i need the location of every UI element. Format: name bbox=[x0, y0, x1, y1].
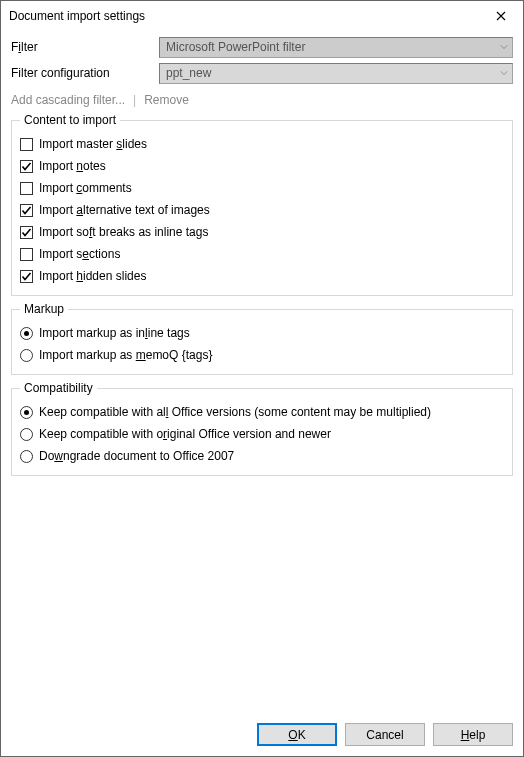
option-label-markup-memoq: Import markup as memoQ {tags} bbox=[39, 348, 212, 362]
close-icon bbox=[496, 11, 506, 21]
radio-compat-orig[interactable] bbox=[20, 428, 33, 441]
option-compat-orig[interactable]: Keep compatible with original Office ver… bbox=[20, 423, 504, 445]
window-title: Document import settings bbox=[9, 9, 145, 23]
option-label-hidden-slides: Import hidden slides bbox=[39, 269, 146, 283]
option-compat-2007[interactable]: Downgrade document to Office 2007 bbox=[20, 445, 504, 467]
option-markup-inline[interactable]: Import markup as inline tags bbox=[20, 322, 504, 344]
checkbox-alt-text[interactable] bbox=[20, 204, 33, 217]
chevron-down-icon bbox=[500, 43, 508, 51]
option-label-master-slides: Import master slides bbox=[39, 137, 147, 151]
option-label-compat-all: Keep compatible with all Office versions… bbox=[39, 405, 431, 419]
option-master-slides[interactable]: Import master slides bbox=[20, 133, 504, 155]
option-comments[interactable]: Import comments bbox=[20, 177, 504, 199]
option-compat-all[interactable]: Keep compatible with all Office versions… bbox=[20, 401, 504, 423]
content-to-import-legend: Content to import bbox=[20, 113, 120, 127]
option-soft-breaks[interactable]: Import soft breaks as inline tags bbox=[20, 221, 504, 243]
checkbox-sections[interactable] bbox=[20, 248, 33, 261]
checkbox-notes[interactable] bbox=[20, 160, 33, 173]
option-alt-text[interactable]: Import alternative text of images bbox=[20, 199, 504, 221]
check-icon bbox=[21, 271, 32, 282]
filter-config-select-value: ppt_new bbox=[166, 66, 211, 80]
option-notes[interactable]: Import notes bbox=[20, 155, 504, 177]
compatibility-group: Compatibility Keep compatible with all O… bbox=[11, 381, 513, 476]
filter-config-label: Filter configuration bbox=[11, 66, 159, 80]
checkbox-comments[interactable] bbox=[20, 182, 33, 195]
option-label-alt-text: Import alternative text of images bbox=[39, 203, 210, 217]
dialog-content: Filter Microsoft PowerPoint filter Filte… bbox=[1, 31, 523, 713]
dialog-footer: OK Cancel Help bbox=[1, 713, 523, 756]
radio-markup-memoq[interactable] bbox=[20, 349, 33, 362]
close-button[interactable] bbox=[478, 1, 523, 31]
check-icon bbox=[21, 205, 32, 216]
checkbox-hidden-slides[interactable] bbox=[20, 270, 33, 283]
titlebar: Document import settings bbox=[1, 1, 523, 31]
content-to-import-group: Content to import Import master slidesIm… bbox=[11, 113, 513, 296]
cancel-button[interactable]: Cancel bbox=[345, 723, 425, 746]
compatibility-legend: Compatibility bbox=[20, 381, 97, 395]
chevron-down-icon bbox=[500, 69, 508, 77]
ok-button[interactable]: OK bbox=[257, 723, 337, 746]
filter-select[interactable]: Microsoft PowerPoint filter bbox=[159, 37, 513, 58]
option-label-sections: Import sections bbox=[39, 247, 120, 261]
filter-config-select[interactable]: ppt_new bbox=[159, 63, 513, 84]
linkbar-separator: | bbox=[133, 93, 136, 107]
markup-legend: Markup bbox=[20, 302, 68, 316]
option-label-compat-2007: Downgrade document to Office 2007 bbox=[39, 449, 234, 463]
option-markup-memoq[interactable]: Import markup as memoQ {tags} bbox=[20, 344, 504, 366]
option-label-soft-breaks: Import soft breaks as inline tags bbox=[39, 225, 208, 239]
option-label-comments: Import comments bbox=[39, 181, 132, 195]
radio-dot-icon bbox=[24, 331, 29, 336]
filter-row: Filter Microsoft PowerPoint filter bbox=[11, 35, 513, 59]
option-sections[interactable]: Import sections bbox=[20, 243, 504, 265]
linkbar: Add cascading filter... | Remove bbox=[11, 87, 513, 113]
filter-label: Filter bbox=[11, 40, 159, 54]
option-label-notes: Import notes bbox=[39, 159, 106, 173]
help-button[interactable]: Help bbox=[433, 723, 513, 746]
checkbox-master-slides[interactable] bbox=[20, 138, 33, 151]
option-label-markup-inline: Import markup as inline tags bbox=[39, 326, 190, 340]
markup-group: Markup Import markup as inline tagsImpor… bbox=[11, 302, 513, 375]
radio-markup-inline[interactable] bbox=[20, 327, 33, 340]
remove-filter-link[interactable]: Remove bbox=[144, 93, 189, 107]
radio-compat-all[interactable] bbox=[20, 406, 33, 419]
radio-dot-icon bbox=[24, 410, 29, 415]
filter-config-row: Filter configuration ppt_new bbox=[11, 61, 513, 85]
filter-select-value: Microsoft PowerPoint filter bbox=[166, 40, 305, 54]
spacer bbox=[11, 482, 513, 713]
radio-compat-2007[interactable] bbox=[20, 450, 33, 463]
option-label-compat-orig: Keep compatible with original Office ver… bbox=[39, 427, 331, 441]
check-icon bbox=[21, 227, 32, 238]
add-cascading-filter-link[interactable]: Add cascading filter... bbox=[11, 93, 125, 107]
check-icon bbox=[21, 161, 32, 172]
checkbox-soft-breaks[interactable] bbox=[20, 226, 33, 239]
option-hidden-slides[interactable]: Import hidden slides bbox=[20, 265, 504, 287]
